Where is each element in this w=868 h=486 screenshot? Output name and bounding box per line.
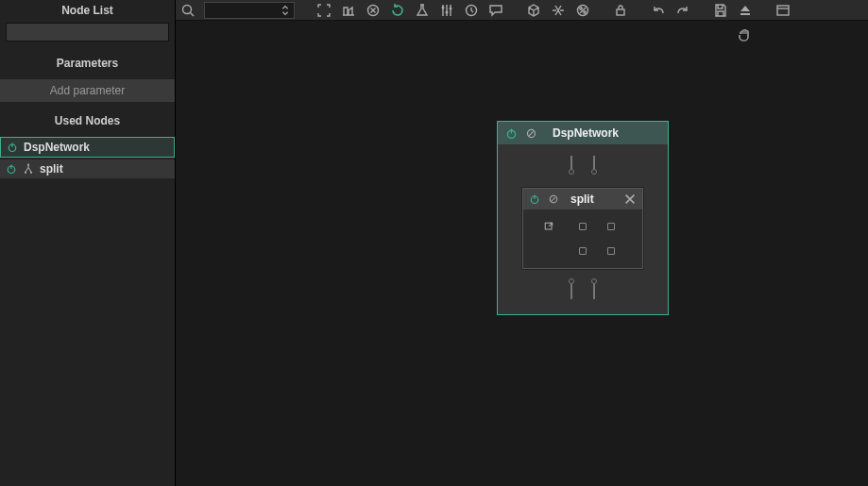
add-parameter-button[interactable]: Add parameter xyxy=(0,79,175,102)
node-split-title: split xyxy=(570,193,616,206)
svg-rect-18 xyxy=(740,13,750,15)
save-icon[interactable] xyxy=(708,0,733,21)
used-nodes-section-title: Used Nodes xyxy=(0,105,175,137)
align-icon[interactable] xyxy=(336,0,361,21)
power-icon xyxy=(6,163,17,175)
search-icon[interactable] xyxy=(176,0,200,21)
split-port[interactable] xyxy=(579,247,587,255)
output-pin[interactable] xyxy=(590,278,598,299)
grab-cursor-icon xyxy=(737,26,754,43)
parameters-section-title: Parameters xyxy=(0,47,175,79)
toolbar-select-dropdown[interactable] xyxy=(204,2,295,19)
svg-point-6 xyxy=(30,172,32,174)
node-dspnetwork-body: split xyxy=(498,144,668,314)
sidebar-node-split[interactable]: split xyxy=(0,159,175,178)
clock-icon[interactable] xyxy=(459,0,484,21)
node-split[interactable]: split xyxy=(522,188,643,269)
recycle-icon[interactable] xyxy=(546,0,570,21)
svg-point-7 xyxy=(183,5,192,13)
node-split-body xyxy=(523,209,642,268)
svg-point-15 xyxy=(580,7,582,8)
lock-icon[interactable] xyxy=(608,0,633,21)
svg-point-5 xyxy=(25,172,26,174)
undo-icon[interactable] xyxy=(646,0,671,21)
node-dspnetwork-header[interactable]: DspNetwork xyxy=(498,122,668,144)
svg-point-11 xyxy=(446,10,449,13)
svg-point-12 xyxy=(450,7,452,9)
input-pin[interactable] xyxy=(568,156,575,176)
node-list-title: Node List xyxy=(0,0,175,23)
svg-point-16 xyxy=(584,10,586,12)
eject-icon[interactable] xyxy=(733,0,757,21)
comment-icon[interactable] xyxy=(484,0,508,21)
svg-rect-27 xyxy=(545,223,552,229)
percent-icon[interactable] xyxy=(570,0,595,21)
svg-point-10 xyxy=(442,6,445,8)
toolbar xyxy=(176,0,868,21)
split-port[interactable] xyxy=(579,223,587,230)
redo-icon[interactable] xyxy=(671,0,695,21)
sliders-icon[interactable] xyxy=(434,0,459,21)
svg-rect-17 xyxy=(617,9,624,15)
sidebar-node-label: split xyxy=(40,162,63,176)
updown-icon xyxy=(281,4,290,17)
split-route-icon xyxy=(23,163,34,175)
sidebar-node-label: DspNetwork xyxy=(24,141,90,154)
edit-icon[interactable] xyxy=(543,221,566,232)
node-dspnetwork[interactable]: DspNetwork xyxy=(497,121,669,315)
node-canvas[interactable]: DspNetwork xyxy=(176,21,868,486)
bypass-icon[interactable] xyxy=(525,127,537,140)
node-split-header[interactable]: split xyxy=(523,189,642,209)
split-port[interactable] xyxy=(607,247,615,255)
split-port[interactable] xyxy=(607,223,615,230)
output-pin[interactable] xyxy=(568,278,575,299)
clear-icon[interactable] xyxy=(361,0,385,21)
svg-rect-19 xyxy=(777,6,789,15)
sidebar: Node List Parameters Add parameter Used … xyxy=(0,0,175,486)
main-area: DspNetwork xyxy=(175,0,868,486)
svg-point-4 xyxy=(27,163,29,165)
bypass-icon[interactable] xyxy=(548,193,559,205)
panel-icon[interactable] xyxy=(771,0,795,21)
cube-icon[interactable] xyxy=(521,0,546,21)
fit-icon[interactable] xyxy=(312,0,336,21)
flask-icon[interactable] xyxy=(410,0,434,21)
power-icon[interactable] xyxy=(505,127,518,140)
sidebar-node-dspnetwork[interactable]: DspNetwork xyxy=(0,137,175,158)
input-pin[interactable] xyxy=(590,156,598,176)
svg-line-8 xyxy=(191,12,195,16)
node-dspnetwork-title: DspNetwork xyxy=(553,126,619,140)
node-list-search-input[interactable] xyxy=(6,23,169,42)
power-icon[interactable] xyxy=(529,193,540,205)
refresh-icon[interactable] xyxy=(385,0,410,21)
close-icon[interactable] xyxy=(623,193,637,206)
power-icon xyxy=(7,142,18,153)
